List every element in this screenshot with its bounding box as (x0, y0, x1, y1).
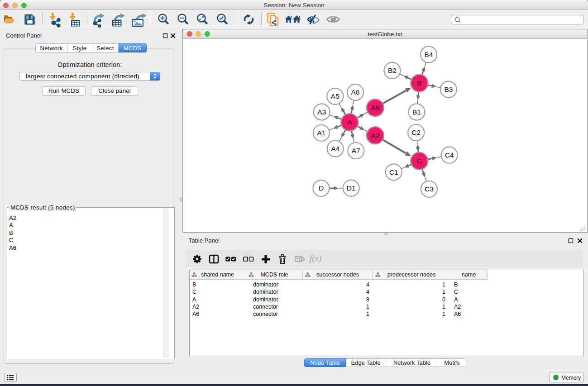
svg-text:A3: A3 (317, 108, 326, 116)
svg-text:D: D (319, 184, 324, 192)
svg-text:A1: A1 (317, 129, 325, 137)
svg-text:B3: B3 (444, 86, 453, 93)
svg-text:C2: C2 (411, 129, 421, 136)
svg-text:B2: B2 (388, 67, 397, 74)
svg-text:B: B (417, 79, 421, 87)
svg-text:A4: A4 (331, 145, 339, 152)
svg-text:A5: A5 (331, 92, 339, 100)
svg-text:C1: C1 (389, 168, 398, 176)
svg-text:A2: A2 (371, 132, 379, 139)
svg-text:A7: A7 (352, 147, 360, 154)
svg-text:B1: B1 (412, 108, 421, 116)
svg-text:A6: A6 (371, 104, 379, 111)
svg-text:C3: C3 (425, 185, 434, 193)
svg-text:D1: D1 (347, 184, 356, 192)
svg-text:B4: B4 (425, 51, 433, 58)
svg-text:C: C (417, 157, 422, 165)
svg-text:A: A (347, 118, 352, 126)
svg-text:C4: C4 (445, 151, 454, 159)
svg-text:A8: A8 (351, 88, 360, 96)
